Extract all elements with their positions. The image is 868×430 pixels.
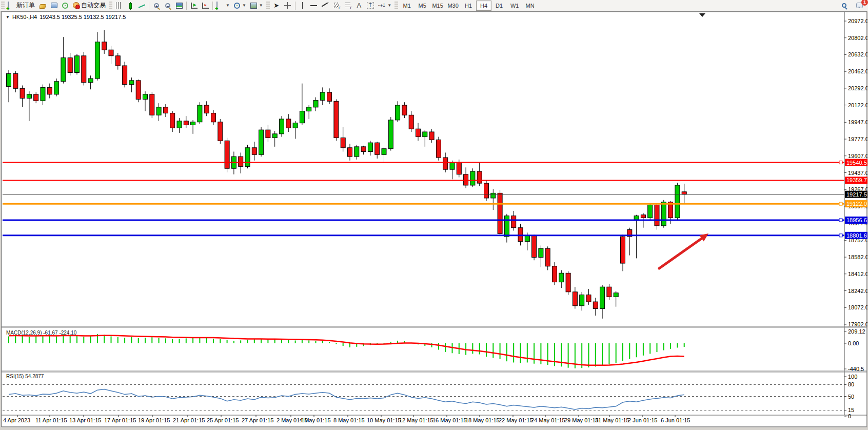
timeframe-button-d1[interactable]: D1 — [491, 1, 507, 11]
macd-indicator-label: MACD(12,26,9) -61.67 -224.10 — [6, 330, 76, 336]
crosshair-icon — [284, 2, 291, 9]
timeframe-button-m1[interactable]: M1 — [399, 1, 415, 11]
price-tick-label: 20122.0 — [848, 102, 867, 108]
candle-body — [47, 87, 52, 94]
line-chart-button[interactable] — [136, 1, 147, 11]
text-label-button[interactable]: T — [365, 1, 376, 11]
timeframe-button-m30[interactable]: M30 — [445, 1, 461, 11]
candle-body — [300, 111, 304, 123]
periods-button[interactable]: ▼ — [232, 1, 248, 11]
candle-body — [539, 248, 543, 257]
candle-body — [682, 192, 686, 194]
date-label: 18 May 01:15 — [465, 417, 500, 423]
auto-scroll-button[interactable]: ▶ — [188, 1, 200, 11]
trendline-button[interactable] — [320, 1, 331, 11]
candle-body — [13, 73, 18, 88]
price-tag-label: 18956.6 — [846, 217, 867, 223]
zoom-out-button[interactable]: − — [162, 1, 173, 11]
toolbar-grip[interactable] — [266, 2, 270, 10]
candle-body — [593, 302, 598, 308]
tile-windows-button[interactable] — [173, 1, 185, 11]
candle-body — [204, 105, 209, 113]
equidistant-channel-icon: E — [333, 2, 340, 9]
trend-arrow-annotation[interactable] — [659, 237, 704, 268]
indicators-button[interactable]: +▼ — [214, 1, 232, 11]
price-tick-label: 20462.0 — [848, 68, 867, 74]
price-tick-label: 20802.0 — [848, 35, 867, 41]
candle-body — [293, 123, 298, 128]
timeframe-button-mn[interactable]: MN — [522, 1, 538, 11]
timeframe-button-h4[interactable]: H4 — [476, 1, 491, 11]
price-tick-label: 18242.0 — [848, 288, 867, 294]
candle-body — [504, 216, 509, 237]
price-tick-label: 18072.0 — [848, 304, 867, 310]
chart-shift-button[interactable]: ▸ — [200, 1, 211, 11]
candle-body — [436, 140, 441, 158]
new-order-icon: + — [8, 2, 15, 9]
price-tag-label: 19122.0 — [846, 201, 867, 207]
toolbar-grip[interactable] — [1, 2, 5, 10]
arrows-button[interactable]: ⇢⇣▼ — [376, 1, 393, 11]
timeframe-button-h1[interactable]: H1 — [461, 1, 476, 11]
date-label: 2 Jun 01:15 — [628, 417, 658, 423]
line-handle[interactable] — [839, 202, 842, 205]
signals-button[interactable] — [60, 1, 71, 11]
toolbar-grip[interactable] — [394, 2, 398, 10]
one-click-trading-toggle-icon[interactable]: ▼ — [6, 15, 10, 19]
cursor-button[interactable]: ➤ — [271, 1, 282, 11]
price-tick-label: 19777.0 — [848, 136, 867, 142]
equidistant-channel-button[interactable]: E — [331, 1, 342, 11]
metaeditor-button[interactable] — [37, 1, 48, 11]
timeframe-button-w1[interactable]: W1 — [507, 1, 522, 11]
notifications-button[interactable]: 1 — [854, 1, 865, 11]
bar-chart-icon — [116, 2, 123, 9]
candle-body — [580, 295, 584, 306]
horizontal-line-button[interactable] — [308, 1, 320, 11]
candle-body — [553, 266, 557, 282]
crosshair-button[interactable] — [282, 1, 293, 11]
auto-trading-button[interactable]: 自动交易 — [71, 1, 108, 11]
candle-body — [511, 216, 516, 228]
candle-body — [327, 92, 332, 101]
line-handle[interactable] — [839, 234, 842, 237]
toolbar-grip[interactable] — [109, 2, 112, 10]
vertical-line-button[interactable] — [297, 1, 308, 11]
date-label: 6 Jun 01:15 — [661, 417, 691, 423]
chart-shift-marker[interactable] — [699, 13, 705, 17]
candle-body — [402, 105, 407, 115]
timeframe-button-m5[interactable]: M5 — [415, 1, 430, 11]
line-handle[interactable] — [839, 219, 842, 222]
candle-body — [361, 147, 366, 152]
macd-tick-label: 209.12 — [848, 328, 865, 335]
candle-body — [655, 205, 659, 225]
macd-signal-line — [9, 336, 684, 365]
candle-body — [123, 66, 127, 85]
search-button[interactable] — [838, 1, 850, 11]
templates-button[interactable]: ▼ — [248, 1, 265, 11]
fibonacci-button[interactable]: F — [342, 1, 353, 11]
candle-body — [545, 248, 550, 266]
candle-body — [156, 107, 161, 115]
date-label: 31 May 01:15 — [595, 417, 629, 423]
timeframe-button-m15[interactable]: M15 — [430, 1, 445, 11]
candle-body — [614, 293, 618, 297]
line-handle[interactable] — [839, 161, 842, 164]
price-tag-label: 19540.5 — [846, 160, 867, 166]
candlestick-button[interactable] — [125, 1, 136, 11]
zoom-in-button[interactable]: + — [151, 1, 162, 11]
chevron-down-icon: ▼ — [242, 3, 246, 8]
cursor-icon: ➤ — [273, 2, 279, 9]
date-label: 13 Apr 01:15 — [69, 417, 101, 423]
text-button[interactable]: A — [353, 1, 365, 11]
chart-window: ▼ HK50-,H4 19243.5 19325.5 19132.5 19217… — [1, 11, 867, 427]
chart-title-row: ▼ HK50-,H4 19243.5 19325.5 19132.5 19217… — [6, 14, 126, 20]
bar-chart-button[interactable] — [113, 1, 125, 11]
candle-body — [518, 228, 523, 242]
date-label: 4 May 01:15 — [300, 417, 331, 423]
date-label: 17 Apr 01:15 — [104, 417, 136, 423]
candle-body — [150, 94, 154, 115]
candle-body — [470, 171, 475, 185]
terminal-button[interactable] — [48, 1, 60, 11]
new-order-button[interactable]: + 新订单 — [6, 1, 37, 11]
price-chart[interactable]: 20972.020802.020632.020462.020292.020122… — [2, 12, 867, 427]
